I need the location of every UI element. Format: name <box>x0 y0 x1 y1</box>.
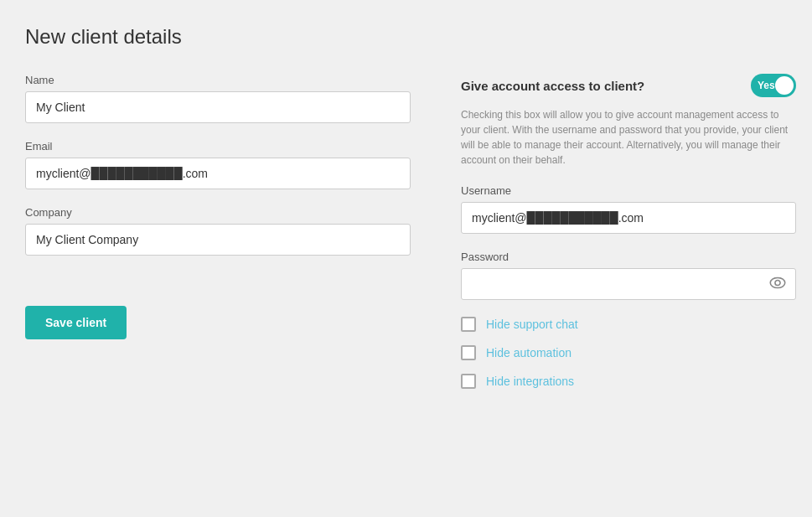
form-layout: Name Email Company Save client Give acco… <box>25 74 787 402</box>
company-label: Company <box>25 206 411 219</box>
svg-point-0 <box>770 277 785 287</box>
company-group: Company <box>25 206 411 256</box>
hide-integrations-item: Hide integrations <box>461 374 796 389</box>
password-input[interactable] <box>461 268 796 300</box>
hide-automation-label: Hide automation <box>486 346 572 359</box>
name-label: Name <box>25 74 411 86</box>
access-title: Give account access to client? <box>461 79 644 93</box>
email-input[interactable] <box>25 158 411 189</box>
toggle-thumb <box>775 76 794 95</box>
checkbox-group: Hide support chat Hide automation Hide i… <box>461 317 796 389</box>
email-group: Email <box>25 140 411 189</box>
access-header: Give account access to client? Yes <box>461 74 796 97</box>
name-input[interactable] <box>25 91 411 123</box>
company-input[interactable] <box>25 224 411 256</box>
email-label: Email <box>25 140 411 153</box>
access-description: Checking this box will allow you to give… <box>461 107 796 168</box>
save-client-button[interactable]: Save client <box>25 306 127 339</box>
show-password-icon[interactable] <box>769 276 786 293</box>
hide-integrations-label: Hide integrations <box>486 375 574 388</box>
svg-point-1 <box>775 280 780 285</box>
password-input-wrapper <box>461 268 796 300</box>
hide-automation-item: Hide automation <box>461 345 796 360</box>
toggle-track: Yes <box>751 74 796 97</box>
access-toggle[interactable]: Yes <box>751 74 796 97</box>
hide-integrations-checkbox[interactable] <box>461 374 476 389</box>
password-label: Password <box>461 251 796 263</box>
hide-automation-checkbox[interactable] <box>461 345 476 360</box>
page-title: New client details <box>25 25 787 49</box>
right-column: Give account access to client? Yes Check… <box>461 74 796 402</box>
username-input[interactable] <box>461 202 796 234</box>
toggle-yes-label: Yes <box>758 80 775 91</box>
name-group: Name <box>25 74 411 123</box>
username-label: Username <box>461 184 796 197</box>
hide-support-chat-label: Hide support chat <box>486 318 578 331</box>
left-column: Name Email Company Save client <box>25 74 411 339</box>
password-group: Password <box>461 251 796 300</box>
hide-support-chat-item: Hide support chat <box>461 317 796 332</box>
page-container: New client details Name Email Company Sa… <box>0 0 812 517</box>
username-group: Username <box>461 184 796 234</box>
hide-support-chat-checkbox[interactable] <box>461 317 476 332</box>
